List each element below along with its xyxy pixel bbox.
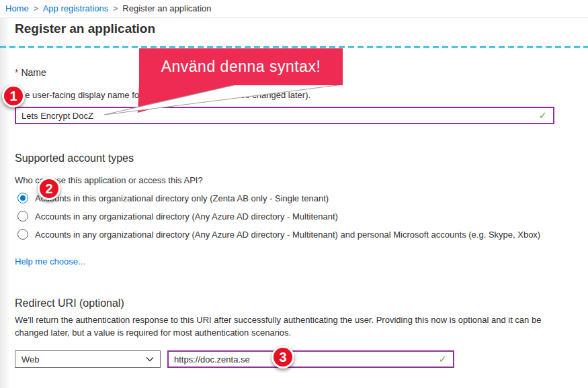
radio-option-multitenant-personal[interactable]: Accounts in any organizational directory… (17, 229, 540, 240)
radio-option-multitenant[interactable]: Accounts in any organizational directory… (17, 211, 338, 222)
radio-option-single-tenant[interactable]: Accounts in this organizational director… (17, 193, 329, 203)
radio-unselected-icon[interactable] (17, 229, 28, 240)
radio-option-label: Accounts in this organizational director… (35, 193, 329, 203)
breadcrumb-home-link[interactable]: Home (5, 3, 29, 13)
radio-selected-icon[interactable] (17, 193, 28, 203)
page-title: Register an application (15, 21, 155, 36)
annotation-badge-3: 3 (271, 346, 294, 369)
register-application-page: Home > App registrations > Register an a… (0, 0, 588, 388)
redirect-uri-heading: Redirect URI (optional) (15, 297, 124, 309)
platform-select[interactable]: Web (15, 350, 161, 368)
app-name-input-wrapper: ✓ (15, 107, 554, 124)
help-me-choose-link[interactable]: Help me choose... (15, 256, 85, 266)
name-field-label: *Name (15, 67, 46, 78)
chevron-down-icon (146, 356, 154, 362)
annotation-badge-1: 1 (2, 85, 25, 107)
breadcrumb-separator-icon: > (34, 4, 38, 13)
breadcrumb-separator-icon: > (113, 4, 118, 13)
annotation-callout-text: Använd denna syntax! (161, 58, 321, 76)
redirect-uri-description: We'll return the authentication response… (15, 314, 551, 339)
redirect-uri-input-wrapper: ✓ (167, 350, 454, 368)
breadcrumb-app-registrations-link[interactable]: App registrations (43, 3, 109, 13)
platform-select-value: Web (22, 354, 40, 365)
required-asterisk: * (15, 67, 18, 78)
breadcrumb-divider (0, 17, 588, 18)
radio-unselected-icon[interactable] (17, 211, 28, 222)
valid-checkmark-icon: ✓ (438, 353, 453, 365)
radio-option-label: Accounts in any organizational directory… (35, 211, 338, 222)
name-field-description: The user-facing display name for this ap… (15, 90, 310, 100)
blade-left-edge (0, 18, 9, 388)
annotation-callout: Använd denna syntax! (139, 48, 343, 85)
breadcrumb: Home > App registrations > Register an a… (5, 3, 212, 13)
supported-account-types-heading: Supported account types (15, 152, 134, 164)
redirect-uri-input[interactable] (169, 354, 438, 365)
valid-checkmark-icon: ✓ (538, 109, 553, 122)
app-name-input[interactable] (16, 111, 538, 121)
radio-option-label: Accounts in any organizational directory… (35, 230, 540, 240)
breadcrumb-current-page: Register an application (122, 3, 211, 13)
annotation-badge-2: 2 (38, 177, 60, 200)
